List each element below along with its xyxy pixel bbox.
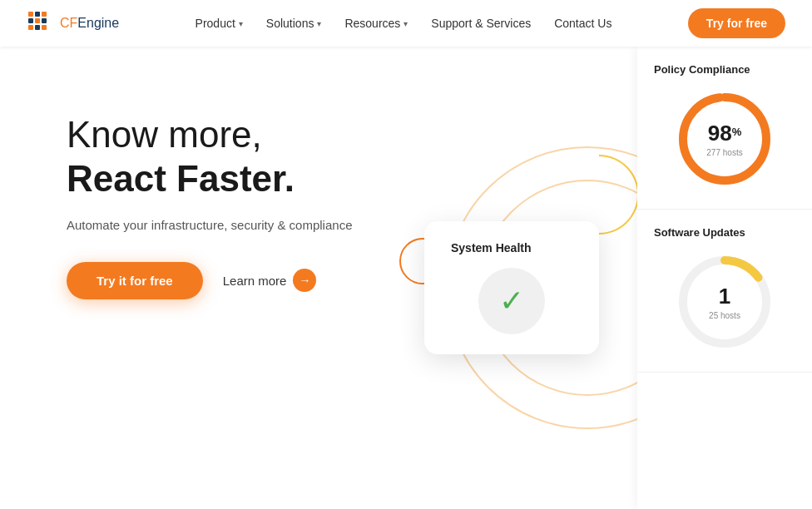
svg-rect-0 [28, 12, 33, 17]
hero-tagline: Know more, React Faster. [67, 113, 352, 201]
policy-compliance-card: Policy Compliance 98% 277 hosts [637, 47, 812, 210]
learn-more-link[interactable]: Learn more → [223, 269, 317, 292]
navbar: CFEngine Product ▾ Solutions ▾ Resources… [0, 0, 812, 47]
nav-try-free-button[interactable]: Try for free [688, 8, 785, 38]
nav-support[interactable]: Support & Services [431, 17, 531, 30]
hero-tagline-line1: Know more, [67, 113, 352, 157]
svg-rect-4 [35, 18, 40, 23]
hero-content: Know more, React Faster. Automate your i… [67, 113, 352, 299]
software-updates-value: 1 25 hosts [709, 284, 740, 320]
software-updates-chart: 1 25 hosts [675, 252, 775, 352]
system-health-title: System Health [451, 241, 572, 254]
system-health-card: System Health ✓ [424, 221, 599, 354]
nav-solutions[interactable]: Solutions ▾ [266, 17, 322, 30]
nav-links: Product ▾ Solutions ▾ Resources ▾ Suppor… [196, 17, 612, 30]
svg-rect-6 [28, 25, 33, 30]
arrow-right-icon: → [293, 269, 316, 292]
logo-cf: CF [60, 16, 77, 30]
software-updates-card: Software Updates 1 25 hosts [637, 210, 812, 373]
decorative-half-circle [599, 155, 639, 235]
system-health-check: ✓ [451, 268, 572, 334]
nav-product[interactable]: Product ▾ [196, 17, 243, 30]
check-circle: ✓ [478, 268, 545, 334]
logo-icon [27, 10, 53, 37]
software-updates-title: Software Updates [654, 226, 795, 239]
logo-engine: Engine [77, 16, 119, 30]
hero-subtitle: Automate your infrastructure, security &… [67, 218, 352, 232]
logo[interactable]: CFEngine [27, 10, 119, 37]
policy-compliance-chart: 98% 277 hosts [675, 89, 775, 189]
nav-resources[interactable]: Resources ▾ [344, 17, 408, 30]
nav-contact[interactable]: Contact Us [554, 17, 611, 30]
svg-rect-1 [35, 12, 40, 17]
right-panel: Policy Compliance 98% 277 hosts Software… [637, 47, 812, 509]
hero-section: Know more, React Faster. Automate your i… [0, 47, 812, 509]
chevron-down-icon: ▾ [317, 19, 321, 28]
policy-compliance-title: Policy Compliance [654, 63, 795, 76]
checkmark-icon: ✓ [499, 284, 524, 319]
hero-cta-button[interactable]: Try it for free [67, 262, 203, 299]
chevron-down-icon: ▾ [404, 19, 408, 28]
svg-rect-2 [42, 12, 47, 17]
svg-rect-5 [42, 18, 47, 23]
svg-rect-8 [42, 25, 47, 30]
svg-rect-3 [28, 18, 33, 23]
policy-compliance-value: 98% 277 hosts [706, 121, 742, 157]
hero-tagline-line2: React Faster. [67, 157, 352, 201]
hero-buttons: Try it for free Learn more → [67, 262, 352, 299]
logo-text: CFEngine [60, 16, 119, 31]
chevron-down-icon: ▾ [239, 19, 243, 28]
svg-rect-7 [35, 25, 40, 30]
